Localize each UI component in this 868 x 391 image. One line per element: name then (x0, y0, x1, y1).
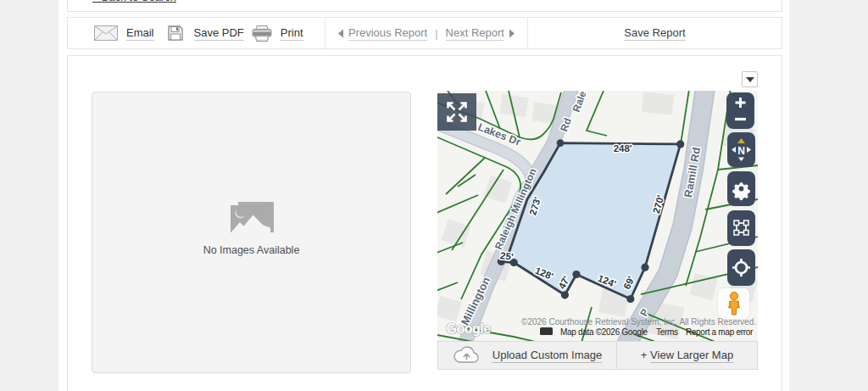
svg-text:Report a map error: Report a map error (686, 327, 754, 337)
svg-text:25': 25' (499, 250, 514, 262)
svg-text:Map data ©2026 Google: Map data ©2026 Google (560, 327, 648, 337)
svg-text:N: N (737, 145, 745, 157)
svg-text:248': 248' (614, 143, 632, 154)
svg-text:Google: Google (447, 321, 492, 336)
svg-text:Terms: Terms (656, 327, 678, 337)
